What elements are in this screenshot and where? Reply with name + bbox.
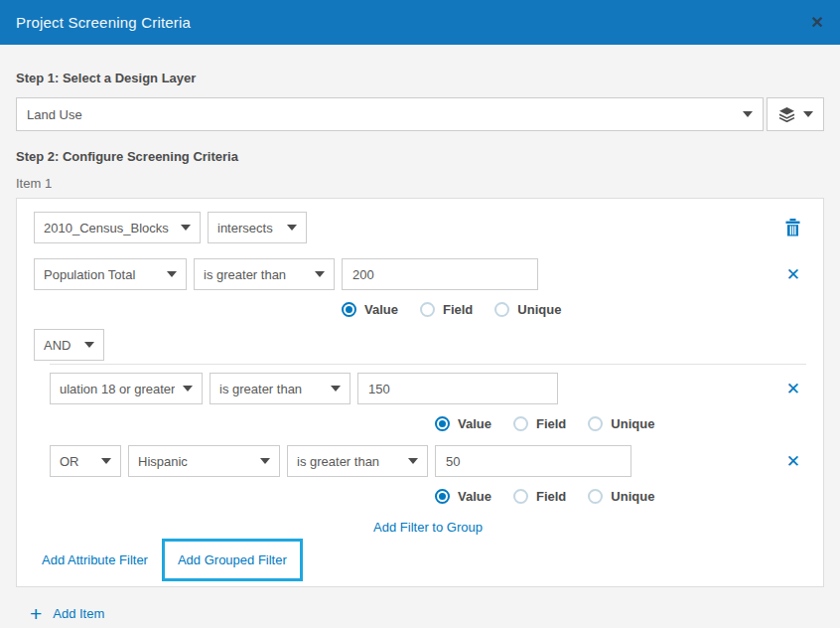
group-filter1-value-input[interactable] xyxy=(357,373,558,404)
add-filter-to-group-link[interactable]: Add Filter to Group xyxy=(373,520,483,535)
trash-icon xyxy=(785,219,800,236)
dialog-title: Project Screening Criteria xyxy=(16,14,191,31)
group-filter2-value-input[interactable] xyxy=(435,445,631,477)
group-filter2-radio-unique-label: Unique xyxy=(611,489,654,504)
group-filter2-join-dropdown[interactable]: OR xyxy=(50,445,121,477)
filter1-mode-radios: Value Field Unique xyxy=(342,301,806,317)
caret-down-icon xyxy=(315,271,325,277)
group-filter2-radio-value-label: Value xyxy=(458,489,491,504)
filter1-radio-value[interactable] xyxy=(342,302,356,317)
caret-down-icon xyxy=(183,386,193,392)
screening-layer-value: 2010_Census_Blocks xyxy=(44,221,173,236)
caret-down-icon xyxy=(101,458,111,464)
spatial-filter-row: 2010_Census_Blocks intersects xyxy=(34,212,806,243)
group-filter1-radio-unique-label: Unique xyxy=(611,416,654,431)
dialog-body: Step 1: Select a Design Layer Land Use S… xyxy=(0,45,840,628)
group-join-value: AND xyxy=(44,338,76,353)
add-attribute-filter-link[interactable]: Add Attribute Filter xyxy=(42,552,148,567)
item1-panel: 2010_Census_Blocks intersects xyxy=(16,198,824,587)
design-layer-row: Land Use xyxy=(16,97,824,131)
group-filter2-radio-field[interactable] xyxy=(513,489,528,504)
tutorial-highlight-box: Add Grouped Filter xyxy=(162,539,303,581)
caret-down-icon xyxy=(167,271,177,277)
filter1-operator-dropdown[interactable]: is greater than xyxy=(194,258,335,290)
group-filter2-radio-unique[interactable] xyxy=(588,489,603,504)
screening-layer-dropdown[interactable]: 2010_Census_Blocks xyxy=(34,212,201,243)
group-filter1-field-value: ulation 18 or greater xyxy=(60,382,175,396)
caret-down-icon xyxy=(743,111,753,117)
delete-item-button[interactable] xyxy=(785,219,800,236)
group-filter-row-1: ulation 18 or greater is greater than ✕ xyxy=(50,373,806,404)
remove-filter1-icon[interactable]: ✕ xyxy=(786,266,800,283)
attribute-filter-row-1: Population Total is greater than ✕ xyxy=(34,258,806,290)
filter1-operator-value: is greater than xyxy=(204,267,307,282)
group-filter1-field-dropdown[interactable]: ulation 18 or greater xyxy=(50,373,203,404)
group-filter2-operator-dropdown[interactable]: is greater than xyxy=(287,445,428,477)
group-filter2-radio-value[interactable] xyxy=(435,489,450,504)
dialog-header: Project Screening Criteria ✕ xyxy=(0,0,840,45)
group-filter-row-2: OR Hispanic is greater than ✕ xyxy=(50,445,806,477)
design-layer-value: Land Use xyxy=(27,107,735,122)
caret-down-icon xyxy=(181,225,191,231)
remove-group-filter2-icon[interactable]: ✕ xyxy=(786,453,800,470)
filter1-radio-unique[interactable] xyxy=(494,302,509,317)
group-filter2-join-value: OR xyxy=(60,454,93,469)
item1-label: Item 1 xyxy=(16,176,824,191)
spatial-operator-value: intersects xyxy=(217,221,279,236)
caret-down-icon xyxy=(260,458,270,464)
add-grouped-filter-link[interactable]: Add Grouped Filter xyxy=(178,552,287,567)
group-filter1-radio-value-label: Value xyxy=(458,416,491,431)
spatial-operator-dropdown[interactable]: intersects xyxy=(208,212,307,243)
group-filter1-operator-value: is greater than xyxy=(219,382,323,396)
add-item-label: Add Item xyxy=(53,606,104,621)
filter1-radio-value-label: Value xyxy=(364,302,398,317)
grouped-filter-container: ulation 18 or greater is greater than ✕ … xyxy=(50,364,806,535)
close-icon[interactable]: ✕ xyxy=(811,15,824,31)
design-layer-select[interactable]: Land Use xyxy=(16,97,764,131)
group-filter1-radio-unique[interactable] xyxy=(588,416,603,431)
group-filter1-radio-field[interactable] xyxy=(513,416,528,431)
caret-down-icon xyxy=(331,386,341,392)
group-filter2-field-dropdown[interactable]: Hispanic xyxy=(128,445,280,477)
group-filter2-radio-field-label: Field xyxy=(536,489,566,504)
remove-group-filter1-icon[interactable]: ✕ xyxy=(786,381,800,397)
filter1-radio-field[interactable] xyxy=(420,302,435,317)
item-links-row: Add Attribute Filter Add Grouped Filter xyxy=(34,539,806,581)
layer-options-button[interactable] xyxy=(767,97,824,131)
caret-down-icon xyxy=(287,225,297,231)
caret-down-icon xyxy=(803,111,813,117)
step2-label: Step 2: Configure Screening Criteria xyxy=(16,149,824,164)
group-filter1-radio-field-label: Field xyxy=(536,416,566,431)
group-filter2-field-value: Hispanic xyxy=(138,454,252,469)
step1-label: Step 1: Select a Design Layer xyxy=(16,71,824,85)
group-filter1-operator-dropdown[interactable]: is greater than xyxy=(210,373,350,404)
caret-down-icon xyxy=(408,458,418,464)
layers-icon xyxy=(778,107,795,122)
filter1-field-value: Population Total xyxy=(44,267,159,282)
filter1-radio-field-label: Field xyxy=(443,302,473,317)
group-filter2-operator-value: is greater than xyxy=(297,454,400,469)
caret-down-icon xyxy=(84,342,94,348)
group-join-row: AND xyxy=(34,329,806,361)
filter1-value-input[interactable] xyxy=(342,258,538,290)
group-filter2-mode-radios: Value Field Unique xyxy=(435,488,806,504)
plus-icon: + xyxy=(30,603,42,624)
filter1-radio-unique-label: Unique xyxy=(517,302,561,317)
group-join-dropdown[interactable]: AND xyxy=(34,329,104,361)
group-filter1-mode-radios: Value Field Unique xyxy=(435,415,806,431)
group-filter1-radio-value[interactable] xyxy=(435,416,450,431)
add-item-button[interactable]: + Add Item xyxy=(30,603,824,624)
filter1-field-dropdown[interactable]: Population Total xyxy=(34,258,187,290)
